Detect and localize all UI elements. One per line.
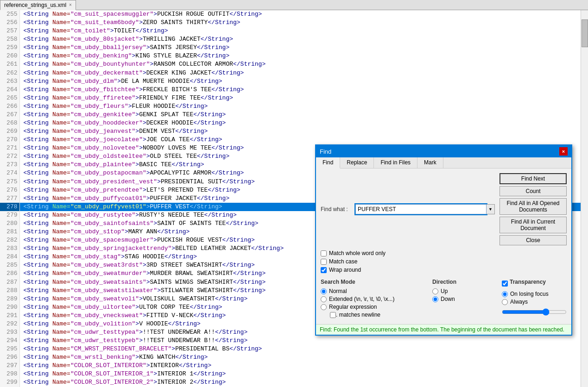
match-case-text: Match case [329,258,357,265]
up-radio[interactable] [432,288,438,294]
wrap-around-label[interactable]: Wrap around [321,267,567,273]
line-number: 263 [0,77,19,86]
line-number: 264 [0,86,19,94]
tab-label: reference_strings_us.xml [4,2,66,8]
find-all-current-button[interactable]: Find All in Current Document [499,217,567,233]
up-radio-label[interactable]: Up [432,288,493,294]
line-number: 290 [0,303,19,312]
code-line: <String Name="cm_ubdy_fbitchtee">FRECKLE… [19,86,581,94]
vertical-scrollbar[interactable] [581,10,588,387]
code-line: <String Name="cm_ubdy_genkitee">GENKI SP… [19,111,581,119]
table-row: 261<String Name="cm_ubdy_bountyhunter">R… [0,60,581,69]
find-what-label: Find what : [321,206,355,212]
matches-newline-checkbox[interactable] [330,312,336,318]
tab-replace[interactable]: Replace [340,157,374,168]
line-number: 272 [0,152,19,161]
line-number: 267 [0,111,19,119]
table-row: 263<String Name="cm_ubdy_dlm">DE LA MUER… [0,77,581,86]
on-losing-focus-radio-label[interactable]: On losing focus [502,291,567,297]
find-dropdown-arrow[interactable]: ▼ [487,204,495,214]
line-number: 269 [0,127,19,136]
table-row: 258<String Name="cm_ubdy_80sjacket">THRI… [0,35,581,44]
code-line: <String Name="cm_ubdy_deckermatt">DECKER… [19,69,581,77]
line-number: 287 [0,278,19,287]
code-line: <String Name="cm_suit_spacesmuggler">PUC… [19,10,581,19]
line-number: 273 [0,161,19,169]
find-next-button[interactable]: Find Next [499,173,567,184]
dialog-close-button[interactable]: × [559,147,568,156]
line-number: 284 [0,253,19,261]
line-number: 293 [0,328,19,337]
table-row: 262<String Name="cm_ubdy_deckermatt">DEC… [0,69,581,77]
match-whole-word-checkbox[interactable] [321,250,327,256]
table-row: 296<String Name="cm_wrstl_benking">KING … [0,353,581,362]
line-number: 289 [0,295,19,303]
extended-radio-label[interactable]: Extended (\n, \r, \t, \0, \x...) [321,296,423,302]
dialog-buttons: Find Next Count Find All in All Opened D… [499,173,567,245]
line-number: 255 [0,10,19,19]
line-number: 276 [0,186,19,194]
match-case-checkbox[interactable] [321,259,327,265]
always-radio[interactable] [502,299,508,305]
table-row: 257<String Name="cm_toilet">TOILET</Stri… [0,27,581,35]
line-number: 297 [0,362,19,370]
tab-mark[interactable]: Mark [417,157,443,168]
scrollbar-thumb[interactable] [582,19,588,47]
table-row: 297<String Name="COLOR_SLOT_INTERIOR">IN… [0,362,581,370]
table-row: 294<String Name="cm_udwr_testtypeb">!!TE… [0,337,581,345]
line-number: 295 [0,345,19,353]
line-number: 286 [0,269,19,278]
code-line: <String Name="cm_ubdy_jeanvest">DENIM VE… [19,127,581,136]
code-line: <String Name="cm_ubdy_fleurs">FLEUR HOOD… [19,102,581,111]
line-number: 271 [0,144,19,152]
code-line: <String Name="COLOR_SLOT_INTERIOR_2">INT… [19,378,581,387]
table-row: 299<String Name="COLOR_SLOT_INTERIOR_2">… [0,378,581,387]
transparency-slider[interactable] [502,308,567,316]
line-number: 258 [0,35,19,44]
match-case-label[interactable]: Match case [321,258,567,265]
regex-radio[interactable] [321,304,327,310]
direction-label: Direction [432,279,493,285]
table-row: 269<String Name="cm_ubdy_jeanvest">DENIM… [0,127,581,136]
always-radio-label[interactable]: Always [502,299,567,305]
regex-radio-label[interactable]: Regular expression [321,304,423,310]
on-losing-focus-radio[interactable] [502,291,508,297]
line-number: 285 [0,261,19,269]
normal-radio[interactable] [321,288,327,294]
code-line: <String Name="CM_WRST_PRESIDENT_BRACELET… [19,345,581,353]
always-radio-text: Always [510,299,528,305]
count-button[interactable]: Count [499,186,567,196]
dialog-tabs: Find Replace Find in Files Mark [316,157,571,169]
normal-radio-label[interactable]: Normal [321,288,423,294]
tab-close-icon[interactable]: × [69,2,72,7]
transparency-checkbox[interactable] [502,281,508,287]
dialog-title: Find [320,148,331,155]
code-line: <String Name="cm_ubdy_dlm">DE LA MUERTE … [19,77,581,86]
line-number: 265 [0,94,19,102]
matches-newline-label[interactable]: . matches newline [330,312,423,318]
tab-find[interactable]: Find [316,157,340,169]
line-number: 281 [0,228,19,236]
down-radio-label[interactable]: Down [432,296,493,302]
find-all-opened-button[interactable]: Find All in All Opened Documents [499,198,567,215]
line-number: 280 [0,219,19,228]
line-number: 256 [0,19,19,27]
line-number: 257 [0,27,19,35]
down-radio[interactable] [432,296,438,302]
table-row: 295<String Name="CM_WRST_PRESIDENT_BRACE… [0,345,581,353]
code-line: <String Name="cm_ubdy_benking">KING STYL… [19,52,581,60]
code-line: <String Name="cm_ubdy_hooddecker">DECKER… [19,119,581,127]
code-line: <String Name="cm_ubdy_bballjersey">SAINT… [19,44,581,52]
wrap-around-checkbox[interactable] [321,267,327,273]
extended-radio[interactable] [321,296,327,302]
close-button[interactable]: Close [499,235,567,245]
status-bar: Find: Found the 1st occurrence from the … [316,324,571,335]
file-tab[interactable]: reference_strings_us.xml × [0,0,76,10]
line-number: 270 [0,136,19,144]
match-whole-word-label[interactable]: Match whole word only [321,250,567,256]
wrap-around-text: Wrap around [329,267,361,273]
tab-find-in-files[interactable]: Find in Files [374,157,417,168]
on-losing-focus-text: On losing focus [510,291,549,297]
table-row: 270<String Name="cm_ubdy_joecolatee">JOE… [0,136,581,144]
find-what-input[interactable] [355,204,487,214]
